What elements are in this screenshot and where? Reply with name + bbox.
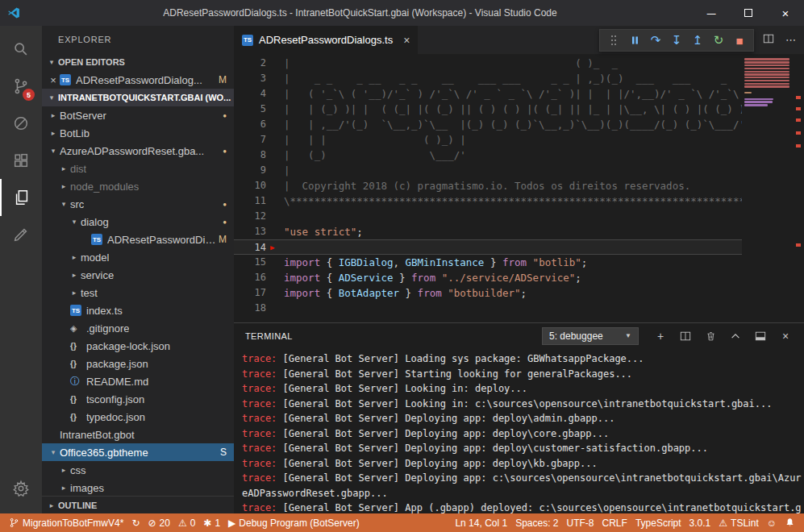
- open-editors-header[interactable]: ▾ OPEN EDITORS: [42, 53, 234, 71]
- tree-item-label: ADResetPasswordDial...: [107, 234, 219, 246]
- terminal-tab[interactable]: TERMINAL: [245, 331, 293, 341]
- minimap[interactable]: [742, 56, 794, 322]
- status-spaces-2[interactable]: Spaces: 2: [511, 513, 562, 532]
- status-crlf[interactable]: CRLF: [598, 513, 631, 532]
- terminal-output[interactable]: trace: [General Bot Server] Loading sys …: [234, 348, 804, 513]
- tree-item-package-lock-json[interactable]: {}package-lock.json: [42, 337, 234, 355]
- close-window-button[interactable]: ×: [767, 0, 804, 26]
- chevron-right-icon: ▸: [57, 466, 70, 474]
- code-line-11[interactable]: 11\*************************************…: [234, 193, 804, 209]
- status-warning[interactable]: ⚠0: [174, 513, 199, 532]
- tree-item-readme-md[interactable]: ⓘREADME.md: [42, 372, 234, 390]
- minimize-button[interactable]: ─: [693, 0, 730, 26]
- code-line-3[interactable]: 3| _ _ _ __ _ _ __ ___ ___ _ _ | ,_)(_) …: [234, 71, 804, 86]
- workspace-header[interactable]: ▾ INTRANETBOTQUICKSTART.GBAI (WO...: [42, 89, 234, 106]
- maximize-button[interactable]: [730, 0, 767, 26]
- close-tab-icon[interactable]: ×: [403, 34, 410, 47]
- activity-item-explorer[interactable]: [0, 179, 42, 216]
- maximize-panel-icon[interactable]: [728, 329, 743, 343]
- code-editor[interactable]: 2| ( )_ _ |3| _ _ _ __ _ _ __ ___ ___ _ …: [234, 54, 804, 322]
- activity-item-extensions[interactable]: [0, 142, 42, 179]
- tree-item-botlib[interactable]: ▸BotLib: [42, 124, 234, 142]
- code-line-4[interactable]: 4| ( '_`\ ( '__)/'_` ) /'_`\ /' _ ` _ `\…: [234, 86, 804, 102]
- tree-item-tsconfig-json[interactable]: {}tsconfig.json: [42, 390, 234, 408]
- tree-item-botserver[interactable]: ▸BotServer●: [42, 106, 234, 124]
- status-3-0-1[interactable]: 3.0.1: [685, 513, 715, 532]
- tree-item-intranetbot-gbot[interactable]: IntranetBot.gbot: [42, 426, 234, 443]
- tree-item-azureadpasswordreset-gba[interactable]: ▾AzureADPasswordReset.gba...●: [42, 142, 234, 160]
- split-terminal-icon[interactable]: [678, 329, 693, 343]
- tab-adresetpassworddialogs[interactable]: TS ADResetPasswordDialogs.ts ×: [234, 26, 418, 54]
- open-editor-item[interactable]: ×TSADResetPasswordDialog...M: [42, 71, 234, 89]
- terminal-line: trace: [General Bot Server] Deploying ap…: [242, 441, 804, 456]
- status-typescript[interactable]: TypeScript: [631, 513, 685, 532]
- tree-item-dialog[interactable]: ▾dialog●: [42, 213, 234, 231]
- new-terminal-icon[interactable]: +: [653, 329, 668, 343]
- line-number: 6: [234, 117, 266, 132]
- tree-item-gitignore[interactable]: ◈.gitignore: [42, 319, 234, 337]
- status-error[interactable]: ⊘20: [144, 513, 173, 532]
- code-line-15[interactable]: 15import { IGBDialog, GBMinInstance } fr…: [234, 255, 804, 270]
- code-line-2[interactable]: 2| ( )_ _ |: [234, 56, 804, 71]
- outline-header[interactable]: ▸ OUTLINE: [42, 496, 234, 513]
- code-line-16[interactable]: 16import { ADService } from "../service/…: [234, 270, 804, 285]
- line-number: 15: [234, 255, 266, 270]
- step-out-icon[interactable]: ↥: [688, 31, 707, 50]
- status-smiley[interactable]: ☺: [763, 513, 781, 532]
- restart-icon[interactable]: ↻: [709, 31, 728, 50]
- tree-item-src[interactable]: ▾src●: [42, 195, 234, 213]
- status-bell[interactable]: [781, 513, 799, 532]
- status-ln-14-col-1[interactable]: Ln 14, Col 1: [451, 513, 511, 532]
- activity-item-source-control[interactable]: 5: [0, 68, 42, 105]
- status-branch[interactable]: MigrationToBotFmwV4*: [5, 513, 127, 532]
- tree-item-test[interactable]: ▸test: [42, 284, 234, 301]
- status-tool[interactable]: ✱1: [199, 513, 224, 532]
- chevron-right-icon: ▸: [47, 129, 60, 137]
- line-number: 11: [234, 193, 266, 209]
- code-line-14[interactable]: 14▶: [234, 239, 804, 255]
- code-line-10[interactable]: 10| Copyright 2018 (c) pragmatismo.io. T…: [234, 178, 804, 193]
- activity-item-debug[interactable]: [0, 105, 42, 142]
- code-line-8[interactable]: 8| (_) \___/' |: [234, 148, 804, 163]
- status-warning[interactable]: ⚠TSLint: [714, 513, 762, 532]
- tree-item-office365-gbtheme[interactable]: ▾Office365.gbthemeS: [42, 443, 234, 461]
- code-line-18[interactable]: 18: [234, 301, 804, 316]
- code-line-13[interactable]: 13"use strict";: [234, 224, 804, 239]
- step-into-icon[interactable]: ↧: [667, 31, 686, 50]
- tree-item-service[interactable]: ▸service: [42, 266, 234, 284]
- code-line-7[interactable]: 7| | | ( )_) | |: [234, 132, 804, 148]
- code-line-17[interactable]: 17import { BotAdapter } from "botbuilder…: [234, 285, 804, 301]
- kill-terminal-icon[interactable]: [703, 329, 718, 343]
- activity-item-settings[interactable]: [0, 470, 42, 507]
- tree-item-css[interactable]: ▸css: [42, 461, 234, 479]
- status-play[interactable]: ▶Debug Program (BotServer): [224, 513, 364, 532]
- step-over-icon[interactable]: ↷: [646, 31, 665, 50]
- tree-item-package-json[interactable]: {}package.json: [42, 355, 234, 372]
- code-line-6[interactable]: 6| | ,__/'(_) `\__,_)`\__ |(_) (_) (_)`\…: [234, 117, 804, 132]
- more-icon[interactable]: ⋯: [785, 34, 796, 46]
- status-utf-8[interactable]: UTF-8: [563, 513, 598, 532]
- terminal-selector[interactable]: 5: debuggee ▼: [542, 327, 639, 345]
- split-editor-icon[interactable]: [763, 33, 774, 47]
- code-line-12[interactable]: 12: [234, 209, 804, 224]
- code-line-9[interactable]: 9| |: [234, 163, 804, 178]
- activity-item-search[interactable]: [0, 31, 42, 68]
- close-panel-icon[interactable]: ×: [778, 329, 793, 343]
- close-editor-icon[interactable]: ×: [47, 74, 60, 86]
- modified-dot-icon: ●: [223, 201, 227, 208]
- line-number: 18: [234, 301, 266, 316]
- git-status-badge: S: [220, 447, 227, 458]
- code-line-5[interactable]: 5| | (_) )| | ( (_| |( (_) || ( ) ( ) |(…: [234, 102, 804, 117]
- status-sync[interactable]: ↻: [127, 513, 144, 532]
- tree-item-typedoc-json[interactable]: {}typedoc.json: [42, 408, 234, 426]
- tree-item-adresetpassworddial[interactable]: TSADResetPasswordDial...M: [42, 231, 234, 248]
- tree-item-dist[interactable]: ▸dist: [42, 160, 234, 177]
- pause-icon[interactable]: [625, 31, 644, 50]
- toggle-panel-icon[interactable]: [753, 329, 768, 343]
- tree-item-model[interactable]: ▸model: [42, 248, 234, 266]
- tree-item-index-ts[interactable]: TSindex.ts: [42, 301, 234, 319]
- activity-item-edit[interactable]: [0, 216, 42, 253]
- tree-item-node-modules[interactable]: ▸node_modules: [42, 177, 234, 195]
- stop-icon[interactable]: ■: [730, 31, 749, 50]
- tree-item-images[interactable]: ▸images: [42, 479, 234, 496]
